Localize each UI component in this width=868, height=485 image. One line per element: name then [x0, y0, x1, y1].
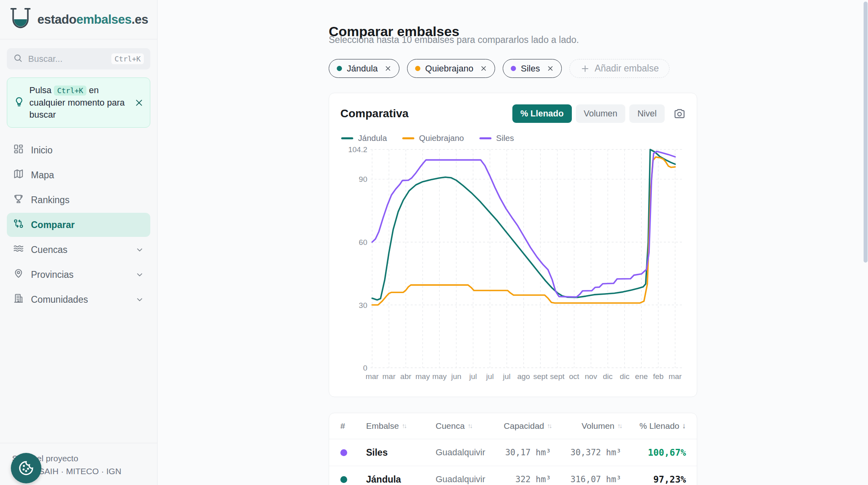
table-column-header[interactable]: Embalse ↑↓	[366, 421, 436, 431]
sidebar-nav: Inicio Mapa Rankings Comparar	[7, 138, 150, 312]
trophy-icon	[13, 194, 24, 206]
svg-text:may: may	[432, 372, 447, 381]
tip-close-icon[interactable]	[134, 98, 144, 108]
sort-arrows-icon: ↑↓	[402, 422, 406, 430]
table-column-header[interactable]: Volumen ↑↓	[551, 421, 621, 431]
svg-text:dic: dic	[603, 372, 612, 381]
search-box[interactable]: Ctrl+K	[7, 48, 150, 69]
toggle-llenado[interactable]: % Llenado	[512, 104, 572, 123]
svg-text:104.2: 104.2	[348, 145, 367, 154]
brand-wordmark: estadoembalses.es	[37, 12, 148, 27]
add-reservoir-button[interactable]: Añadir embalse	[569, 59, 670, 78]
grid-lines	[371, 149, 682, 368]
sidebar-item-inicio[interactable]: Inicio	[7, 138, 150, 162]
cell-embalse: Jándula	[366, 474, 436, 485]
table-column-header[interactable]: Capacidad ↑↓	[497, 421, 551, 431]
comparison-chart-card: Comparativa % LlenadoVolumenNivel Jándul…	[329, 93, 697, 397]
logo-cup-icon	[10, 6, 31, 33]
table-column-header[interactable]: #	[340, 421, 366, 431]
svg-text:mar: mar	[383, 372, 396, 381]
table-row-siles[interactable]: Siles Guadalquivir 30,17 hm³ 30,372 hm³ …	[329, 439, 697, 466]
chip-color-dot	[511, 66, 516, 71]
search-shortcut-badge: Ctrl+K	[111, 53, 144, 64]
series-line-jandula	[372, 149, 675, 300]
cell-cuenca: Guadalquivir	[436, 474, 497, 485]
cookie-settings-button[interactable]	[11, 453, 41, 483]
chevron-down-icon	[135, 295, 144, 304]
svg-text:90: 90	[359, 175, 367, 183]
chip-label: Jándula	[347, 63, 378, 74]
legend-swatch	[479, 137, 491, 139]
sidebar-item-cuencas[interactable]: Cuencas	[7, 238, 150, 262]
sidebar-item-comunidades[interactable]: Comunidades	[7, 287, 150, 312]
cell-volumen: 30,372 hm³	[551, 448, 621, 457]
svg-text:sept: sept	[533, 372, 548, 381]
sidebar-item-rankings[interactable]: Rankings	[7, 188, 150, 212]
table-row-jandula[interactable]: Jándula Guadalquivir 322 hm³ 316,07 hm³ …	[329, 466, 697, 485]
chip-quiebrajano[interactable]: Quiebrajano	[407, 59, 495, 78]
chevron-down-icon	[135, 246, 144, 254]
chip-label: Quiebrajano	[425, 63, 473, 74]
search-icon	[13, 53, 23, 64]
cell-embalse: Siles	[366, 447, 436, 458]
search-input[interactable]	[27, 53, 106, 65]
toggle-nivel[interactable]: Nivel	[629, 104, 665, 123]
camera-export-icon[interactable]	[674, 108, 686, 120]
cell-capacidad: 322 hm³	[497, 475, 551, 484]
vertical-scrollbar-thumb[interactable]	[864, 2, 868, 263]
sort-arrows-icon: ↓	[682, 422, 686, 430]
chip-siles[interactable]: Siles	[503, 59, 562, 78]
cell-capacidad: 30,17 hm³	[497, 448, 551, 457]
chip-color-dot	[415, 66, 420, 71]
cell-cuenca: Guadalquivir	[436, 447, 497, 458]
map-icon	[13, 169, 24, 181]
tip-banner: Pulsa Ctrl+K en cualquier momento para b…	[7, 77, 150, 128]
svg-text:60: 60	[359, 238, 367, 247]
x-axis-tick-labels: marmarabrmaymayjunjuljuljulagoseptseptoc…	[366, 372, 682, 381]
dashboard-icon	[13, 144, 24, 157]
chip-remove-icon[interactable]	[384, 65, 392, 72]
reservoir-table-card: # Embalse ↑↓ Cuenca ↑↓ Capacidad ↑↓ Volu…	[329, 413, 697, 485]
table-header-row: # Embalse ↑↓ Cuenca ↑↓ Capacidad ↑↓ Volu…	[329, 413, 697, 439]
chart-metric-toggles: % LlenadoVolumenNivel	[512, 104, 686, 123]
svg-text:0: 0	[363, 364, 367, 372]
tip-text: Pulsa Ctrl+K en cualquier momento para b…	[29, 84, 129, 121]
svg-text:jul: jul	[486, 372, 494, 381]
chevron-down-icon	[135, 271, 144, 279]
legend-swatch	[341, 137, 353, 139]
sort-arrows-icon: ↑↓	[547, 422, 551, 430]
svg-text:ene: ene	[635, 372, 648, 381]
cell-volumen: 316,07 hm³	[551, 475, 621, 484]
svg-text:ago: ago	[517, 372, 530, 381]
svg-text:may: may	[416, 372, 430, 381]
sidebar-item-comparar[interactable]: Comparar	[7, 213, 150, 237]
table-column-header[interactable]: Cuenca ↑↓	[436, 421, 497, 431]
chart-title: Comparativa	[340, 107, 409, 120]
logo-row[interactable]: estadoembalses.es	[0, 0, 157, 39]
row-color-dot	[340, 449, 347, 456]
chart-legend: Jándula Quiebrajano Siles	[329, 123, 697, 143]
chip-remove-icon[interactable]	[480, 65, 487, 72]
selected-reservoir-chips: Jándula Quiebrajano Siles Añadir embalse	[329, 59, 669, 78]
legend-swatch	[402, 137, 414, 139]
building-icon	[13, 293, 24, 306]
sort-arrows-icon: ↑↓	[467, 422, 471, 430]
table-column-header[interactable]: % Llenado ↓	[621, 421, 686, 431]
table-body: Siles Guadalquivir 30,17 hm³ 30,372 hm³ …	[329, 439, 697, 485]
chip-remove-icon[interactable]	[547, 65, 554, 72]
chip-jandula[interactable]: Jándula	[329, 59, 399, 78]
sidebar-item-mapa[interactable]: Mapa	[7, 163, 150, 187]
toggle-volumen[interactable]: Volumen	[576, 104, 626, 123]
svg-text:abr: abr	[400, 372, 411, 381]
sidebar-item-provincias[interactable]: Provincias	[7, 263, 150, 287]
y-axis-tick-labels: 104.29060300	[348, 145, 367, 372]
svg-text:mar: mar	[669, 372, 682, 381]
cell-llenado: 100,67%	[621, 447, 686, 458]
chip-color-dot	[337, 66, 342, 71]
svg-text:jun: jun	[451, 372, 461, 381]
plus-icon	[580, 64, 590, 73]
svg-text:nov: nov	[585, 372, 597, 381]
page-subtitle: Selecciona hasta 10 embalses para compar…	[329, 35, 579, 45]
sort-arrows-icon: ↑↓	[617, 422, 621, 430]
row-color-dot	[340, 476, 347, 483]
